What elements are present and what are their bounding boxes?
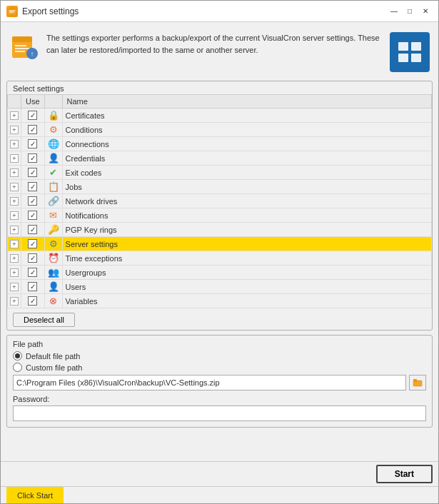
svg-rect-8 [15, 51, 25, 52]
default-file-path-label: Default file path [26, 352, 80, 361]
checkbox-cell: ✓ [21, 251, 45, 266]
status-bar: Click Start [1, 486, 438, 503]
table-row[interactable]: + ✓ 🔑 PGP Key rings [8, 223, 432, 237]
row-name: Network drives [66, 197, 118, 206]
settings-table-container[interactable]: Use Name + ✓ 🔒 Certificates + [7, 94, 432, 308]
expand-cell: + [8, 251, 21, 266]
minimize-button[interactable]: — [387, 4, 401, 19]
svg-rect-11 [398, 42, 408, 51]
file-path-input[interactable] [13, 375, 406, 390]
expand-button[interactable]: + [10, 297, 19, 306]
name-cell: Notifications [62, 208, 431, 223]
expand-button[interactable]: + [10, 211, 19, 220]
expand-cell: + [8, 266, 21, 280]
expand-cell: + [8, 137, 21, 151]
icon-col-header [44, 95, 62, 109]
table-row[interactable]: + ✓ 🔒 Certificates [8, 109, 432, 123]
use-checkbox[interactable]: ✓ [28, 225, 37, 234]
table-row[interactable]: + ✓ ⏰ Time exceptions [8, 251, 432, 266]
use-checkbox[interactable]: ✓ [28, 296, 37, 306]
name-cell: Conditions [62, 123, 431, 137]
table-row[interactable]: + ✓ 🔗 Network drives [8, 194, 432, 208]
row-icon: 👤 [48, 153, 59, 163]
row-icon: 🔗 [48, 196, 59, 206]
svg-rect-13 [398, 54, 408, 62]
use-checkbox[interactable]: ✓ [28, 239, 37, 248]
expand-cell: + [8, 208, 21, 223]
row-name: Server settings [66, 240, 118, 248]
name-cell: Usergroups [62, 266, 431, 280]
expand-button[interactable]: + [10, 168, 19, 177]
expand-button[interactable]: + [10, 154, 19, 163]
default-file-path-row: Default file path [13, 351, 426, 361]
expand-button[interactable]: + [10, 126, 19, 134]
table-row[interactable]: + ✓ 👤 Credentials [8, 151, 432, 166]
expand-button[interactable]: + [10, 268, 19, 277]
maximize-button[interactable]: □ [403, 4, 417, 19]
table-row[interactable]: + ✓ 📋 Jobs [8, 180, 432, 194]
expand-button[interactable]: + [10, 140, 19, 148]
custom-file-path-radio[interactable] [13, 363, 22, 372]
use-checkbox[interactable]: ✓ [28, 153, 37, 163]
use-checkbox[interactable]: ✓ [28, 111, 37, 120]
name-cell: Server settings [62, 237, 431, 251]
footer: Start [1, 461, 438, 486]
password-section: Password: [13, 395, 426, 421]
svg-rect-16 [413, 379, 417, 382]
file-path-label: File path [13, 340, 426, 348]
row-name: Exit codes [66, 168, 102, 177]
name-cell: Network drives [62, 194, 431, 208]
expand-button[interactable]: + [10, 183, 19, 191]
icon-cell: 🌐 [44, 137, 62, 151]
content-area: ↑ The settings exporter performs a backu… [1, 22, 438, 461]
expand-button[interactable]: + [10, 283, 19, 291]
table-row[interactable]: + ✓ ✉ Notifications [8, 208, 432, 223]
svg-rect-6 [15, 45, 26, 46]
deselect-all-button[interactable]: Deselect all [13, 313, 75, 327]
use-checkbox[interactable]: ✓ [28, 168, 37, 177]
table-row[interactable]: + ✓ 👥 Usergroups [8, 266, 432, 280]
checkbox-cell: ✓ [21, 294, 45, 308]
start-button[interactable]: Start [376, 465, 433, 483]
header-logo [390, 32, 430, 72]
status-indicator: Click Start [6, 487, 64, 503]
expand-button[interactable]: + [10, 111, 19, 120]
name-cell: Credentials [62, 151, 431, 166]
use-checkbox[interactable]: ✓ [28, 282, 37, 291]
table-row[interactable]: + ✓ ⊗ Variables [8, 294, 432, 308]
row-name: Variables [66, 297, 98, 306]
table-row[interactable]: + ✓ ⚙ Conditions [8, 123, 432, 137]
export-settings-window: Export settings — □ ✕ ↑ The settings e [0, 0, 439, 504]
use-checkbox[interactable]: ✓ [28, 182, 37, 191]
window-controls: — □ ✕ [387, 4, 433, 19]
expand-button[interactable]: + [10, 226, 19, 234]
password-input[interactable] [13, 405, 426, 421]
use-checkbox[interactable]: ✓ [28, 253, 37, 263]
default-file-path-radio[interactable] [13, 351, 22, 361]
browse-button[interactable] [409, 375, 426, 390]
use-checkbox[interactable]: ✓ [28, 125, 37, 134]
use-checkbox[interactable]: ✓ [28, 196, 37, 206]
table-row[interactable]: + ✓ ✔ Exit codes [8, 166, 432, 180]
use-checkbox[interactable]: ✓ [28, 211, 37, 220]
checkbox-cell: ✓ [21, 280, 45, 294]
checkbox-cell: ✓ [21, 151, 45, 166]
svg-rect-1 [9, 7, 15, 10]
use-checkbox[interactable]: ✓ [28, 268, 37, 277]
row-name: Usergroups [66, 268, 106, 277]
use-checkbox[interactable]: ✓ [28, 139, 37, 148]
expand-cell: + [8, 151, 21, 166]
table-row[interactable]: + ✓ 🌐 Connections [8, 137, 432, 151]
expand-button[interactable]: + [10, 254, 19, 263]
table-row[interactable]: + ✓ ⚙ Server settings [8, 237, 432, 251]
row-name: Conditions [66, 126, 103, 134]
row-icon: ⊗ [49, 296, 57, 306]
close-button[interactable]: ✕ [418, 4, 433, 19]
header-description: The settings exporter performs a backup/… [46, 32, 383, 56]
row-icon: ✉ [49, 210, 57, 221]
checkbox-cell: ✓ [21, 166, 45, 180]
table-row[interactable]: + ✓ 👤 Users [8, 280, 432, 294]
expand-button[interactable]: + [10, 240, 19, 248]
checkbox-cell: ✓ [21, 194, 45, 208]
expand-button[interactable]: + [10, 197, 19, 206]
